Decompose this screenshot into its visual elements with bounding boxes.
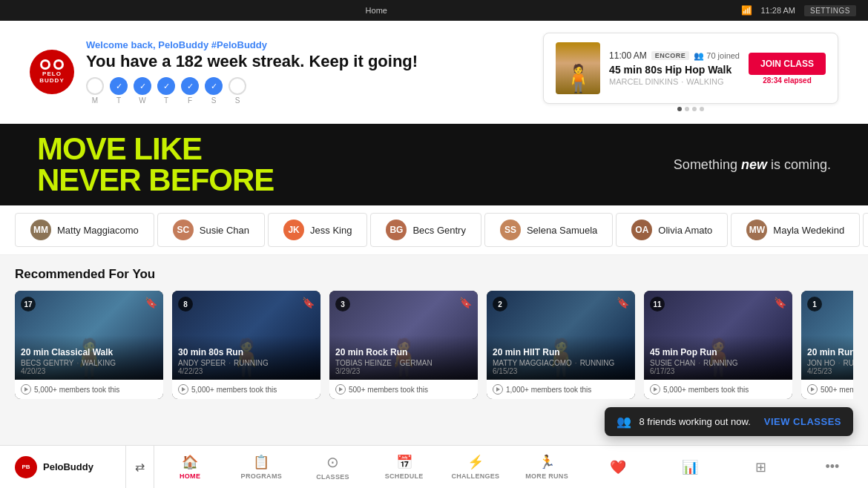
card-members: 500+ members took this [821,386,853,394]
schedule-icon: 📅 [396,454,412,470]
day-label: M [92,96,98,105]
card-title: 30 min 80s Run [178,347,315,357]
view-classes-button[interactable]: VIEW CLASSES [764,416,841,427]
instructor-chip-mayla-wedekind[interactable]: MWMayla Wedekind [731,213,860,247]
dot-1[interactable] [677,107,682,111]
card-thumbnail: 🧍 17 🔖 20 min Classical Walk BECS GENTRY… [15,291,163,380]
play-icon [178,384,188,395]
instructor-name: Matty Maggiacomo [57,225,139,236]
day-item-m: M [86,77,104,105]
class-card-0[interactable]: 🧍 17 🔖 20 min Classical Walk BECS GENTRY… [15,291,163,399]
day-circle: ✓ [134,77,151,95]
bookmark-icon[interactable]: 🔖 [145,297,157,309]
live-time-row: 11:00 AM ENCORE 👥 70 joined [609,50,740,61]
bottom-nav: PB PeloBuddy ⇄ 🏠 HOME 📋 PROGRAMS ⊙ CLASS… [0,445,868,488]
day-item-w: ✓W [134,77,151,105]
card-thumbnail: 🧍 8 🔖 30 min 80s Run ANDY SPEER · RUNNIN… [172,291,320,380]
streak-headline: You have a 182 week streak. Keep it goin… [86,52,418,71]
dot-4[interactable] [700,107,704,111]
live-class-title: 45 min 80s Hip Hop Walk [609,64,740,76]
banner-subtext: Something new is coming. [674,157,831,173]
dot-3[interactable] [692,107,697,111]
instructor-name: Selena Samuela [527,225,597,236]
class-card-3[interactable]: 🧍 2 🔖 20 min HIIT Run MATTY MAGGIACOMO ·… [487,291,635,399]
nav-grid[interactable]: ⊞ [726,446,797,488]
joined-count: 👥 70 joined [694,51,740,61]
play-icon [493,384,503,395]
instructor-chip-matty-maggiacomo[interactable]: MMMatty Maggiacomo [15,213,154,247]
card-badge: 3 [335,297,350,311]
nav-programs[interactable]: 📋 PROGRAMS [226,446,297,488]
class-card-2[interactable]: 🧍 3 🔖 20 min Rock Run TOBIAS HEINZE · GE… [329,291,478,399]
instructor-chip-susie-chan[interactable]: SCSusie Chan [157,213,265,247]
card-title: 45 min Pop Run [650,347,786,357]
wifi-icon: 📶 [741,5,752,16]
card-footer: 500+ members took this [329,380,478,399]
nav-challenges[interactable]: ⚡ CHALLENGES [440,446,511,488]
card-badge: 1 [807,297,822,311]
nav-challenges-label: CHALLENGES [451,472,499,480]
bookmark-icon[interactable]: 🔖 [459,297,472,309]
card-date: 4/22/23 [178,367,315,375]
nav-classes[interactable]: ⊙ CLASSES [297,446,368,488]
grid-icon: ⊞ [755,459,766,475]
instructor-avatar: SC [173,220,194,240]
class-meta: MARCEL DINKINS · WALKING [609,77,740,86]
nav-heart[interactable]: ❤️ [582,446,654,488]
card-footer: 5,000+ members took this [15,380,163,399]
live-time: 11:00 AM [609,50,647,61]
chart-icon: 📊 [682,459,698,475]
day-label: S [235,96,240,105]
banner: MOVE LIKE NEVER BEFORE Something new is … [0,124,868,205]
card-overlay: 20 min Classical Walk BECS GENTRY · WALK… [15,335,163,380]
day-circle [228,77,246,95]
instructor-chip-olivia-amato[interactable]: OAOlivia Amato [616,213,728,247]
card-date: 6/17/23 [650,367,786,375]
class-card-4[interactable]: 🧍 11 🔖 45 min Pop Run SUSIE CHAN · RUNNI… [644,291,792,399]
logo-area: PELOBUDDY Welcome back, PeloBuddy #PeloB… [30,39,418,105]
instructor-chip-becs-gentry[interactable]: BGBecs Gentry [370,213,481,247]
instructor-row: MMMatty MaggiacomoSCSusie ChanJKJess Kin… [0,205,868,255]
card-title: 20 min Run [807,347,853,357]
day-item-s: S [228,77,246,105]
nav-schedule[interactable]: 📅 SCHEDULE [369,446,440,488]
instructor-avatar: JK [283,220,304,240]
person-group-icon: 👥 [694,51,704,61]
card-title: 20 min Classical Walk [21,347,157,357]
home-icon: 🏠 [182,454,198,470]
instructor-avatar: BG [386,220,407,240]
class-card-5[interactable]: 🧍 1 🔖 20 min Run JON HO · RUNNING 4/25/2… [801,291,853,399]
join-class-button[interactable]: JOIN CLASS [749,53,826,75]
day-circle [86,77,104,95]
nav-classes-label: CLASSES [316,473,349,481]
nav-chart[interactable]: 📊 [654,446,725,488]
class-card-1[interactable]: 🧍 8 🔖 30 min 80s Run ANDY SPEER · RUNNIN… [172,291,320,399]
streak-info: Welcome back, PeloBuddy #PeloBuddy You h… [86,39,418,105]
instructor-chip-chase-tucker[interactable]: CTChase Tucker [863,213,868,247]
day-item-s: ✓S [205,77,223,105]
day-label: S [211,96,217,105]
nav-home[interactable]: 🏠 HOME [154,446,226,488]
top-bar: Home 📶 11:28 AM SETTINGS [0,0,868,21]
dot-2[interactable] [685,107,689,111]
instructor-chip-selena-samuela[interactable]: SSSelena Samuela [484,213,613,247]
instructor-chip-jess-king[interactable]: JKJess King [268,213,367,247]
instructor-name: Mayla Wedekind [773,225,844,236]
nav-more-runs[interactable]: 🏃 MORE RUNS [511,446,582,488]
card-members: 5,000+ members took this [191,386,277,394]
play-icon [335,384,346,395]
day-label: F [188,96,192,105]
card-badge: 11 [650,297,665,311]
card-thumbnail: 🧍 2 🔖 20 min HIIT Run MATTY MAGGIACOMO ·… [487,291,635,380]
nav-more[interactable]: ••• [797,446,868,488]
bookmark-icon[interactable]: 🔖 [617,297,629,309]
nav-sync-button[interactable]: ⇄ [126,446,154,488]
encore-badge: ENCORE [651,51,690,60]
bookmark-icon[interactable]: 🔖 [302,297,315,309]
card-badge: 8 [178,297,193,311]
settings-button[interactable]: SETTINGS [804,5,856,16]
day-label: W [139,96,145,105]
card-thumbnail: 🧍 3 🔖 20 min Rock Run TOBIAS HEINZE · GE… [329,291,478,380]
bookmark-icon[interactable]: 🔖 [774,297,786,309]
card-title: 20 min Rock Run [335,347,472,357]
